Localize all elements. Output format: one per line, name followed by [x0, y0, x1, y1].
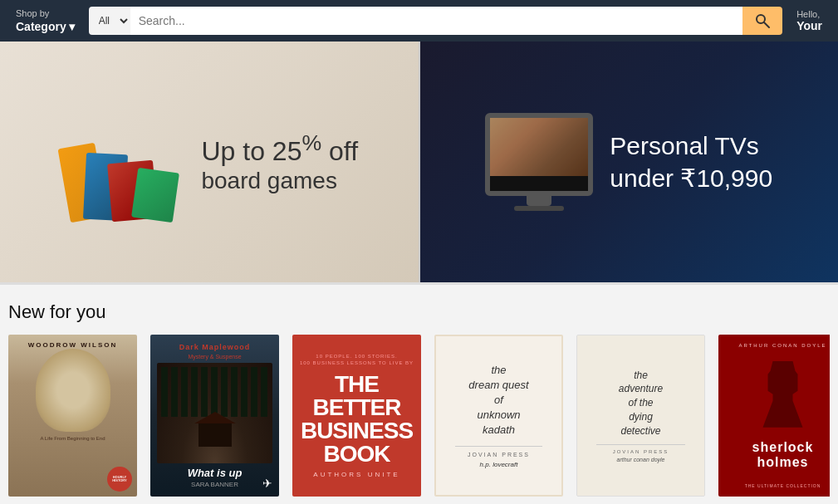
chevron-down-icon: ▾: [69, 19, 75, 34]
book-card-better-business[interactable]: 10 PEOPLE. 100 STORIES.100 BUSINESS LESS…: [292, 335, 421, 497]
tv-image: [485, 113, 593, 211]
search-bar: All: [89, 7, 782, 35]
dark-author: SARA BANNER: [157, 481, 272, 488]
book-card-woodrow-wilson[interactable]: WOODROW WILSON A Life From Beginning to …: [8, 335, 137, 497]
tv-price-label: under ₹10,990: [610, 162, 772, 194]
book-cover-dark: Dark Maplewood Mystery & Suspense What i…: [150, 335, 279, 497]
category-label: Category ▾: [16, 19, 75, 34]
dark-series-sub: Mystery & Suspense: [157, 354, 272, 360]
banner-tv[interactable]: Personal TVs under ₹10,990: [420, 42, 839, 282]
book-cover-sherlock: ARTHUR CONAN DOYLE sherlockholmes THE UL…: [718, 335, 830, 497]
detective-silhouette: [758, 361, 808, 428]
book-cover-woodrow: WOODROW WILSON A Life From Beginning to …: [8, 335, 137, 497]
dark-main-title: What is up: [157, 467, 272, 479]
books-row: WOODROW WILSON A Life From Beginning to …: [8, 335, 830, 497]
adventure-publisher: jovian press: [596, 444, 684, 454]
paper-plane-icon: ✈: [262, 477, 272, 490]
woodrow-portrait: [36, 349, 110, 432]
search-category-select[interactable]: All: [89, 7, 130, 35]
book-card-sherlock[interactable]: ARTHUR CONAN DOYLE sherlockholmes THE UL…: [718, 335, 830, 497]
adventure-title: theadventureof thedyingdetective: [619, 369, 663, 438]
book-card-dream-quest[interactable]: thedream questofunknownkadath jovian pre…: [434, 335, 563, 497]
better-subtitle: AUTHORS UNITE: [313, 471, 399, 478]
search-icon: [754, 12, 771, 29]
search-button[interactable]: [742, 7, 782, 35]
book-cover-adventure: theadventureof thedyingdetective jovian …: [576, 335, 705, 497]
hourly-history-badge: HOURLY HISTORY: [107, 467, 132, 492]
dream-publisher: jovian press: [455, 446, 542, 458]
book-cover-dream: thedream questofunknownkadath jovian pre…: [434, 335, 563, 497]
banner-board-games[interactable]: Up to 25% off board games: [0, 42, 420, 282]
banner-left-text: Up to 25% off board games: [201, 130, 358, 195]
sherlock-title: sherlockholmes: [752, 440, 814, 470]
account-section[interactable]: Hello, Your: [789, 5, 830, 37]
hello-greeting: Hello,: [796, 9, 822, 19]
shop-by-category-button[interactable]: Shop by Category ▾: [8, 3, 82, 38]
better-main-title: THEBETTERBUSINESSBOOK: [301, 373, 413, 466]
percent-sign: %: [301, 130, 321, 155]
search-input[interactable]: [130, 7, 742, 35]
up-to-text: Up to 25: [201, 135, 301, 165]
book-card-dark-maplewood[interactable]: Dark Maplewood Mystery & Suspense What i…: [150, 335, 279, 497]
account-label: Your: [796, 19, 822, 32]
board-games-label: board games: [201, 167, 358, 195]
cabin-decoration: [198, 422, 232, 447]
personal-tvs-label: Personal TVs: [610, 130, 772, 162]
banner-right-text: Personal TVs under ₹10,990: [610, 130, 772, 194]
header: Shop by Category ▾ All Hello, Your: [0, 0, 838, 42]
banners-section: Up to 25% off board games Personal TVs u…: [0, 42, 838, 282]
book-cover-better: 10 PEOPLE. 100 STORIES.100 BUSINESS LESS…: [292, 335, 421, 497]
better-top-text: 10 PEOPLE. 100 STORIES.100 BUSINESS LESS…: [300, 353, 414, 367]
svg-line-1: [764, 22, 769, 27]
adventure-author: arthur conan doyle: [617, 457, 665, 462]
board-games-image: [60, 104, 184, 220]
sherlock-author-top: ARTHUR CONAN DOYLE: [738, 343, 826, 348]
woodrow-title: WOODROW WILSON: [28, 341, 118, 349]
new-for-you-section: New for you WOODROW WILSON A Life From B…: [0, 285, 838, 504]
off-text: off: [329, 135, 358, 165]
trees-decoration: [161, 367, 268, 417]
shop-by-label: Shop by: [16, 7, 75, 19]
sherlock-subtitle: THE ULTIMATE COLLECTION: [745, 483, 821, 488]
book-card-adventure[interactable]: theadventureof thedyingdetective jovian …: [576, 335, 705, 497]
dark-series-title: Dark Maplewood: [157, 343, 272, 351]
cabin-scene: [157, 363, 272, 463]
woodrow-subtitle: A Life From Beginning to End: [40, 436, 105, 441]
dream-title: thedream questofunknownkadath: [468, 363, 528, 438]
section-title: New for you: [8, 301, 830, 323]
dream-author: h.p. lovecraft: [480, 461, 518, 468]
